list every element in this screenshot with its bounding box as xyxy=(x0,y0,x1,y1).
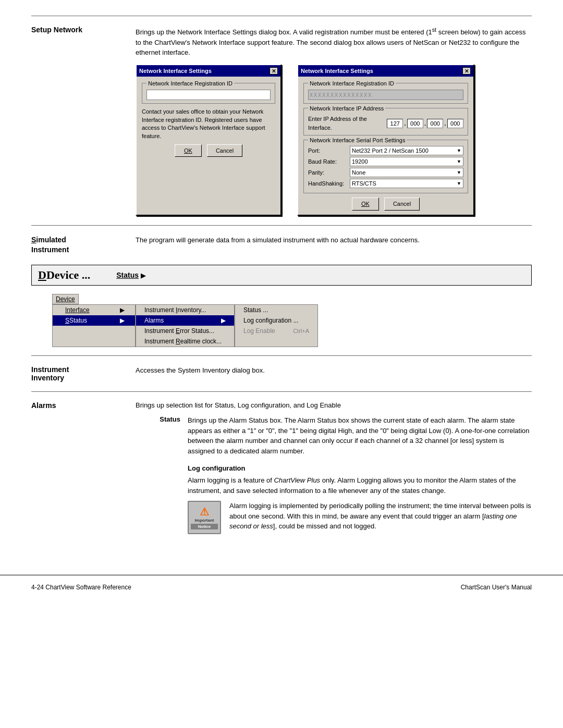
interface-menu-label: Interface xyxy=(63,306,90,314)
charview-plus-label: ChartView Plus xyxy=(274,476,320,484)
submenu-item-realtime-clock[interactable]: Instrument Realtime clock... xyxy=(136,336,234,347)
menu-item-status[interactable]: SStatus ▶ xyxy=(53,315,135,326)
device-menu-label: Device xyxy=(56,295,75,303)
handshaking-select[interactable]: RTS/CTS ▼ xyxy=(350,179,463,188)
dialog2-serial-group: Network Interface Serial Port Settings P… xyxy=(303,140,468,193)
dialog1-group-box: Network Interface Registration ID xyxy=(142,83,275,104)
dialog2-ip-group-label: Network Interface IP Address xyxy=(308,104,385,113)
instrument-inventory-section: InstrumentInventory Accesses the System … xyxy=(31,355,532,391)
ip-box-3[interactable]: 000 xyxy=(427,119,443,128)
port-select[interactable]: Net232 Port 2 / NetScan 1500 ▼ xyxy=(350,146,463,155)
dialog2-body: Network Interface Registration ID XXXXXX… xyxy=(298,77,473,215)
device-menu-bar-item[interactable]: Device xyxy=(52,294,79,304)
network-dialog-1: Network Interface Settings ✕ Network Int… xyxy=(136,64,282,216)
setup-network-content: Brings up the Network Interface Settings… xyxy=(136,26,532,216)
status-sub-title: Status xyxy=(136,415,188,456)
alarms-description: Brings up selection list for Status, Log… xyxy=(136,401,341,409)
setup-network-description: Brings up the Network Interface Settings… xyxy=(136,26,532,58)
dialog1-ok-button[interactable]: OK xyxy=(175,144,202,157)
device-title: DDevice ... xyxy=(38,268,90,282)
baud-arrow-icon: ▼ xyxy=(457,158,461,166)
alarms-submenu-status[interactable]: Status ... xyxy=(235,305,317,315)
interface-arrow-icon: ▶ xyxy=(120,306,125,314)
simulated-description: The program will generate data from a si… xyxy=(136,235,532,255)
alarms-content-col: Brings up selection list for Status, Log… xyxy=(136,401,532,534)
dialog1-cancel-button[interactable]: Cancel xyxy=(207,144,242,157)
setup-network-label: Setup Network xyxy=(31,26,136,216)
alarms-menu-label: Alarms xyxy=(144,317,164,324)
alarms-submenu-log-config[interactable]: Log configuration ... xyxy=(235,315,317,326)
parity-label: Parity: xyxy=(308,168,350,177)
log-config-title: Log configuration xyxy=(188,464,532,472)
submenu-item-alarms[interactable]: Alarms ▶ xyxy=(136,315,234,326)
dialog1-reg-input[interactable] xyxy=(146,90,271,100)
page-footer: 4-24 ChartView Software Reference ChartS… xyxy=(0,575,563,596)
menu-dropdown-container: Interface ▶ SStatus ▶ Instrument Invento… xyxy=(52,304,532,347)
log-enable-shortcut: Ctrl+A xyxy=(293,328,309,334)
ip-box-1[interactable]: 127 xyxy=(387,119,403,128)
log-config-label: Log configuration ... xyxy=(243,317,298,324)
dialog2-reg-input[interactable]: XXXXXXXXXXXXXXX xyxy=(308,90,463,100)
dialog2-cancel-button[interactable]: Cancel xyxy=(384,198,420,211)
ip-address-row: Enter IP Address of the Interface. 127 .… xyxy=(308,115,463,132)
dialog1-titlebar: Network Interface Settings ✕ xyxy=(137,65,280,77)
notice-row: ⚠ Important Notice Alarm logging is impl… xyxy=(136,501,532,534)
alarms-arrow-icon: ▶ xyxy=(221,317,226,324)
alarms-submenu-log-enable[interactable]: Log Enable Ctrl+A xyxy=(235,326,317,336)
port-row: Port: Net232 Port 2 / NetScan 1500 ▼ xyxy=(308,146,463,155)
simulated-label: Simulated Instrument xyxy=(31,235,136,255)
dialog2-ok-button[interactable]: OK xyxy=(352,198,379,211)
alarms-desc-row: Alarms Brings up selection list for Stat… xyxy=(31,401,532,534)
alarms-label-col: Alarms xyxy=(31,401,136,534)
realtime-clock-menu-label: Instrument Realtime clock... xyxy=(144,338,222,345)
ip-address-label: Enter IP Address of the Interface. xyxy=(308,115,386,132)
instrument-inventory-description: Accesses the System Inventory dialog box… xyxy=(136,365,532,382)
baud-select[interactable]: 19200 ▼ xyxy=(350,157,463,166)
device-status-bar: DDevice ... Status ▶ xyxy=(31,265,532,286)
log-config-section: Log configuration Alarm logging is a fea… xyxy=(136,464,532,496)
port-select-arrow-icon: ▼ xyxy=(457,147,461,155)
footer-right: ChartScan User's Manual xyxy=(461,584,532,591)
dialog1-info-text: Contact your sales office to obtain your… xyxy=(142,108,275,140)
parity-row: Parity: None ▼ xyxy=(308,168,463,177)
instrument-inventory-label: InstrumentInventory xyxy=(31,365,136,382)
simulated-title-line2: Instrument xyxy=(31,245,69,254)
dialog2-buttons: OK Cancel xyxy=(303,198,468,211)
simulated-instrument-section: Simulated Instrument The program will ge… xyxy=(31,225,532,265)
notice-icon-top-label: Important xyxy=(195,518,214,523)
notice-icon-bottom-label: Notice xyxy=(191,524,218,529)
handshaking-row: HandShaking: RTS/CTS ▼ xyxy=(308,179,463,188)
dialog1-close-button[interactable]: ✕ xyxy=(270,67,278,75)
setup-network-section: Setup Network Brings up the Network Inte… xyxy=(31,16,532,225)
device-menubar[interactable]: Device xyxy=(52,294,79,304)
footer-left: 4-24 ChartView Software Reference xyxy=(31,584,131,591)
dialog1-group-label: Network Interface Registration ID xyxy=(146,79,234,88)
status-arrow-icon: ▶ xyxy=(120,317,125,324)
baud-row: Baud Rate: 19200 ▼ xyxy=(308,157,463,166)
status-label: Status ▶ xyxy=(116,271,145,279)
submenu-item-instrument-inventory[interactable]: Instrument Inventory... xyxy=(136,305,234,315)
setup-network-title: Setup Network xyxy=(31,26,82,34)
port-label: Port: xyxy=(308,146,350,155)
ip-box-4[interactable]: 000 xyxy=(447,119,463,128)
important-notice-icon: ⚠ Important Notice xyxy=(188,501,221,534)
alarms-status-label: Status ... xyxy=(243,306,268,314)
alarms-section: Alarms Brings up selection list for Stat… xyxy=(31,391,532,544)
dialog2-title: Network Interface Settings xyxy=(301,67,373,76)
notice-text: Alarm logging is implemented by periodic… xyxy=(229,501,532,532)
dialog2-close-button[interactable]: ✕ xyxy=(462,67,471,75)
dialog1-buttons: OK Cancel xyxy=(142,144,275,157)
alarms-title: Alarms xyxy=(31,401,56,410)
status-submenu-container: Instrument Inventory... Alarms ▶ Instrum… xyxy=(136,304,318,347)
status-submenu: Instrument Inventory... Alarms ▶ Instrum… xyxy=(136,304,235,347)
baud-label: Baud Rate: xyxy=(308,157,350,166)
status-menu-label: SStatus xyxy=(63,317,87,324)
alarms-status-subsection: Status Brings up the Alarm Status box. T… xyxy=(136,415,532,456)
instrument-inventory-title: InstrumentInventory xyxy=(31,365,69,382)
network-dialog-2: Network Interface Settings ✕ Network Int… xyxy=(297,64,474,216)
parity-select[interactable]: None ▼ xyxy=(350,168,463,177)
ip-box-2[interactable]: 000 xyxy=(407,119,423,128)
submenu-item-error-status[interactable]: Instrument Error Status... xyxy=(136,326,234,336)
menu-item-interface[interactable]: Interface ▶ xyxy=(53,305,135,315)
dialog2-reg-group-label: Network Interface Registration ID xyxy=(308,79,396,88)
